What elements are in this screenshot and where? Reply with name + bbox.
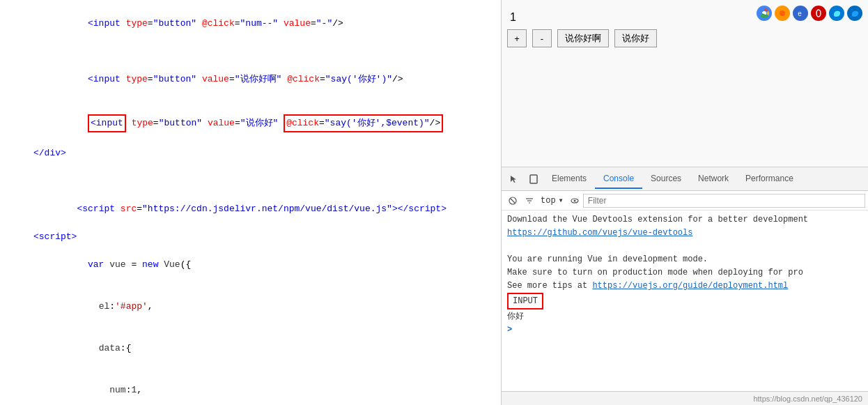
browser-icon-blue: e [793, 6, 808, 21]
svg-line-13 [511, 199, 515, 203]
preview-buttons[interactable]: + - 说你好啊 说你好 [507, 29, 862, 47]
code-line: </div> [0, 146, 501, 160]
edge-icon2 [847, 6, 862, 21]
code-line: <input type="button" value="说你好" @click=… [0, 100, 501, 146]
svg-point-3 [780, 10, 785, 16]
eye-button[interactable] [566, 192, 583, 209]
code-line: num:1, [0, 369, 501, 405]
code-area: <input type="button" @click="num--" valu… [0, 0, 501, 405]
console-link[interactable]: https://vuejs.org/guide/deployment.html [592, 281, 788, 291]
devtools-panel: Elements Console Sources Network Perform… [502, 167, 868, 405]
console-line [507, 240, 862, 253]
decrement-button[interactable]: - [532, 29, 552, 47]
edge-icon [829, 6, 844, 21]
device-tool-button[interactable] [524, 169, 543, 189]
browser-icons: e [757, 6, 862, 21]
line-content [28, 174, 501, 188]
chevron-down-icon: ▾ [559, 195, 564, 206]
code-line [0, 45, 501, 59]
line-content: <input type="button" @click="num--" valu… [28, 3, 501, 45]
console-line: https://github.com/vuejs/vue-devtools [507, 227, 862, 240]
status-url: https://blog.csdn.net/qp_436120 [753, 395, 862, 403]
line-content: <script> [28, 230, 501, 244]
svg-rect-10 [530, 175, 537, 183]
right-panel: e 1 + - 说你好啊 说你好 [502, 0, 868, 405]
console-highlight-input: INPUT [507, 293, 543, 310]
code-line [0, 174, 501, 188]
tab-console[interactable]: Console [595, 169, 642, 189]
increment-button[interactable]: + [507, 29, 527, 47]
console-output: Download the Vue Devtools extension for … [502, 211, 868, 391]
clear-console-button[interactable] [504, 192, 521, 209]
code-line: <input type="button" value="说你好啊" @click… [0, 59, 501, 100]
tab-sources[interactable]: Sources [642, 169, 690, 189]
line-content [28, 160, 501, 174]
svg-text:e: e [798, 10, 802, 18]
browser-preview: e 1 + - 说你好啊 说你好 [502, 0, 868, 167]
code-line: <script src="https://cdn.jsdelivr.net/np… [0, 188, 501, 230]
console-prompt: > [507, 325, 512, 335]
console-link[interactable]: https://github.com/vuejs/vue-devtools [507, 228, 692, 238]
code-line: <script> [0, 230, 501, 244]
tab-elements[interactable]: Elements [543, 169, 595, 189]
line-content: </div> [28, 146, 501, 160]
status-bar: https://blog.csdn.net/qp_436120 [502, 391, 868, 405]
code-line: <input type="button" @click="num--" valu… [0, 3, 501, 45]
say-hi-button[interactable]: 说你好啊 [557, 29, 609, 47]
tab-network[interactable]: Network [690, 169, 737, 189]
console-line: Download the Vue Devtools extension for … [507, 213, 862, 227]
filter-input[interactable] [583, 194, 865, 208]
opera-icon [811, 6, 826, 21]
tab-performance[interactable]: Performance [737, 169, 802, 189]
console-line: See more tips at https://vuejs.org/guide… [507, 280, 862, 293]
console-line: > [507, 323, 862, 337]
svg-point-18 [573, 199, 575, 201]
code-line: el:'#app', [0, 286, 501, 328]
console-line-nihao: 你好 [507, 310, 862, 323]
code-line: var vue = new Vue({ [0, 244, 501, 286]
line-content: <script src="https://cdn.jsdelivr.net/np… [28, 188, 501, 230]
line-content: <input type="button" value="说你好" @click=… [28, 100, 501, 146]
filter-toggle-button[interactable] [521, 192, 538, 209]
line-content: data:{ [28, 328, 501, 369]
devtools-tabs: Elements Console Sources Network Perform… [502, 167, 868, 191]
console-output-input: INPUT [507, 293, 862, 310]
context-selector[interactable]: top ▾ [538, 194, 566, 207]
context-label: top [541, 196, 556, 206]
line-content: <input type="button" value="说你好啊" @click… [28, 59, 501, 100]
firefox-icon [775, 6, 790, 21]
chrome-icon [757, 6, 772, 21]
console-line: Make sure to turn on production mode whe… [507, 266, 862, 280]
console-line: You are running Vue in development mode. [507, 253, 862, 266]
line-content: var vue = new Vue({ [28, 244, 501, 286]
line-content: el:'#app', [28, 286, 501, 328]
svg-point-7 [816, 10, 821, 17]
code-editor: <input type="button" @click="num--" valu… [0, 0, 502, 405]
say-hello-button[interactable]: 说你好 [614, 29, 657, 47]
line-content [28, 45, 501, 59]
code-line: data:{ [0, 328, 501, 369]
cursor-tool-button[interactable] [504, 169, 524, 189]
line-content: num:1, [28, 369, 501, 405]
code-line [0, 160, 501, 174]
devtools-toolbar: top ▾ [502, 191, 868, 211]
